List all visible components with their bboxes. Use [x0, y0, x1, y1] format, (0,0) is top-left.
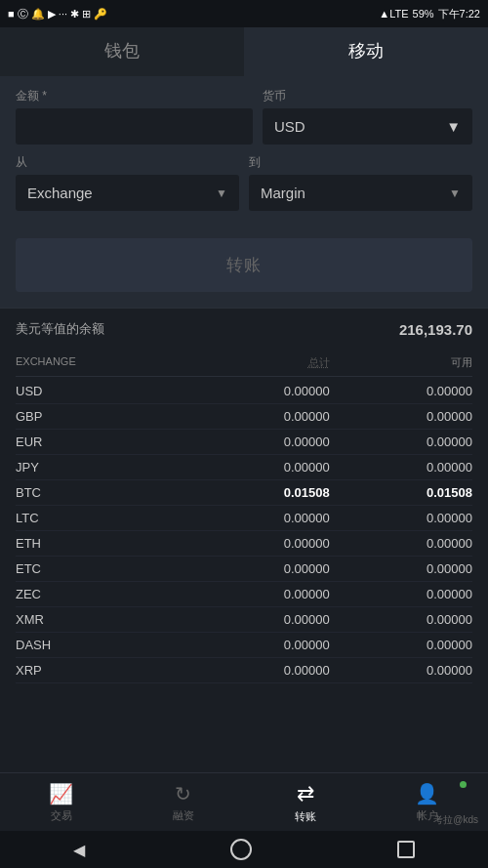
- td-total: 0.00000: [187, 409, 330, 424]
- table-row: ETC0.000000.00000: [16, 557, 472, 582]
- status-left: ■ Ⓒ 🔔 ▶ ··· ✱ ⊞ 🔑: [8, 7, 107, 21]
- td-total: 0.00000: [187, 587, 330, 601]
- amount-field-col: 金额 *: [16, 88, 253, 145]
- td-available: 0.00000: [330, 561, 472, 576]
- th-total: 总计: [187, 355, 330, 370]
- table-row: ETH0.000000.00000: [16, 531, 472, 557]
- td-total: 0.00000: [187, 663, 330, 678]
- table-row: EUR0.000000.00000: [16, 430, 472, 455]
- td-available: 0.00000: [330, 434, 472, 449]
- table-row: USD0.000000.00000: [16, 379, 472, 404]
- to-label: 到: [249, 154, 472, 171]
- balance-section: 美元等值的余额 216,193.70: [0, 308, 488, 350]
- td-total: 0.00000: [187, 511, 330, 525]
- td-currency: XMR: [16, 612, 187, 627]
- td-currency: ETC: [16, 561, 187, 576]
- bottom-nav: 📈 交易 ↻ 融资 ⇄ 转账 👤 帐户: [0, 772, 488, 831]
- to-chevron-icon: ▼: [449, 186, 461, 200]
- from-value: Exchange: [27, 185, 93, 201]
- td-currency: DASH: [16, 638, 187, 652]
- table-section: EXCHANGE 总计 可用 USD0.000000.00000GBP0.000…: [0, 350, 488, 683]
- td-currency: JPY: [16, 460, 187, 475]
- td-currency: ETH: [16, 536, 187, 551]
- transfer-button[interactable]: 转账: [16, 238, 472, 292]
- currency-value: USD: [274, 118, 305, 135]
- tab-wallet[interactable]: 钱包: [0, 27, 244, 76]
- td-available: 0.00000: [330, 536, 472, 551]
- status-right: ▲LTE 59% 下午7:22: [379, 7, 480, 21]
- table-row: DASH0.000000.00000: [16, 633, 472, 658]
- nav-item-transfer[interactable]: ⇄ 转账: [244, 773, 366, 831]
- battery-value: 59%: [413, 8, 434, 20]
- status-bar: ■ Ⓒ 🔔 ▶ ··· ✱ ⊞ 🔑 ▲LTE 59% 下午7:22: [0, 0, 488, 27]
- td-available: 0.00000: [330, 638, 472, 652]
- table-body: USD0.000000.00000GBP0.000000.00000EUR0.0…: [16, 379, 472, 683]
- status-icons: ■ Ⓒ 🔔 ▶ ··· ✱ ⊞ 🔑: [8, 7, 107, 21]
- td-available: 0.00000: [330, 511, 472, 525]
- table-row: BTC0.015080.01508: [16, 480, 472, 506]
- currency-select[interactable]: USD ▼: [263, 108, 472, 145]
- nav-item-finance[interactable]: ↻ 融资: [122, 773, 244, 831]
- recents-button[interactable]: [397, 841, 415, 858]
- signal-icon: ▲LTE: [379, 8, 408, 20]
- td-currency: USD: [16, 384, 187, 398]
- td-available: 0.00000: [330, 460, 472, 475]
- amount-label: 金额 *: [16, 88, 253, 104]
- sys-nav: ◀: [0, 831, 488, 868]
- table-row: ZEC0.000000.00000: [16, 582, 472, 607]
- td-total: 0.00000: [187, 384, 330, 398]
- td-total: 0.00000: [187, 638, 330, 652]
- nav-label-trade: 交易: [51, 808, 72, 823]
- to-value: Margin: [261, 185, 305, 201]
- td-total: 0.00000: [187, 612, 330, 627]
- table-row: JPY0.000000.00000: [16, 455, 472, 480]
- from-select[interactable]: Exchange ▼: [16, 175, 239, 211]
- td-currency: ZEC: [16, 587, 187, 601]
- td-available: 0.00000: [330, 409, 472, 424]
- td-total: 0.00000: [187, 561, 330, 576]
- tab-transfer-top[interactable]: 移动: [244, 27, 488, 76]
- nav-label-finance: 融资: [173, 808, 194, 823]
- td-available: 0.00000: [330, 663, 472, 678]
- watermark: 考拉@kds: [433, 813, 478, 827]
- top-tab-bar: 钱包 移动: [0, 27, 488, 76]
- finance-icon: ↻: [175, 782, 191, 806]
- table-row: XMR0.000000.00000: [16, 607, 472, 633]
- td-total: 0.00000: [187, 460, 330, 475]
- from-label: 从: [16, 154, 239, 171]
- td-currency: BTC: [16, 485, 187, 500]
- table-header: EXCHANGE 总计 可用: [16, 350, 472, 377]
- to-col: 到 Margin ▼: [249, 154, 472, 211]
- table-row: XRP0.000000.00000: [16, 658, 472, 683]
- to-select[interactable]: Margin ▼: [249, 175, 472, 211]
- td-available: 0.00000: [330, 612, 472, 627]
- td-available: 0.01508: [330, 485, 472, 500]
- th-available: 可用: [330, 355, 472, 370]
- currency-label: 货币: [263, 88, 472, 104]
- td-currency: EUR: [16, 434, 187, 449]
- td-available: 0.00000: [330, 384, 472, 398]
- currency-col: 货币 USD ▼: [263, 88, 472, 145]
- from-to-row: 从 Exchange ▼ 到 Margin ▼: [16, 154, 472, 211]
- table-row: GBP0.000000.00000: [16, 404, 472, 430]
- transfer-btn-wrapper: 转账: [0, 227, 488, 308]
- td-total: 0.01508: [187, 485, 330, 500]
- from-chevron-icon: ▼: [216, 186, 227, 200]
- from-col: 从 Exchange ▼: [16, 154, 239, 211]
- nav-label-transfer: 转账: [295, 809, 316, 824]
- chevron-down-icon: ▼: [446, 118, 461, 135]
- balance-label: 美元等值的余额: [16, 320, 104, 338]
- back-button[interactable]: ◀: [73, 841, 85, 859]
- table-row: LTC0.000000.00000: [16, 506, 472, 531]
- th-exchange: EXCHANGE: [16, 355, 187, 370]
- amount-input[interactable]: [16, 108, 253, 145]
- nav-item-trade[interactable]: 📈 交易: [0, 773, 122, 831]
- td-currency: GBP: [16, 409, 187, 424]
- transfer-icon: ⇄: [297, 781, 314, 806]
- account-dot: [460, 781, 467, 788]
- td-available: 0.00000: [330, 587, 472, 601]
- td-total: 0.00000: [187, 434, 330, 449]
- home-button[interactable]: [230, 839, 252, 860]
- td-currency: XRP: [16, 663, 187, 678]
- trade-icon: 📈: [49, 782, 73, 806]
